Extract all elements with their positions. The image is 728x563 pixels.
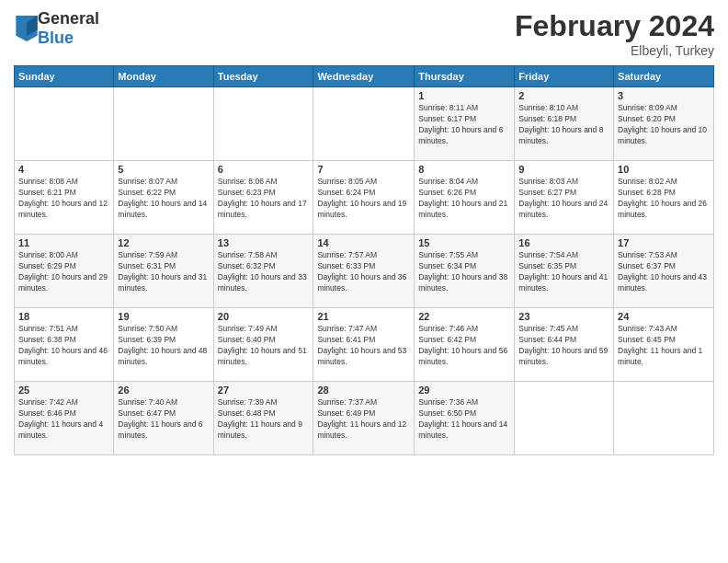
calendar-header-saturday: Saturday	[614, 66, 714, 87]
day-info: Sunrise: 7:53 AM Sunset: 6:37 PM Dayligh…	[618, 250, 710, 294]
day-number: 12	[118, 237, 209, 248]
calendar-header-row: SundayMondayTuesdayWednesdayThursdayFrid…	[15, 66, 714, 87]
day-info: Sunrise: 7:50 AM Sunset: 6:39 PM Dayligh…	[118, 324, 209, 368]
day-number: 6	[218, 164, 310, 175]
day-number: 2	[518, 90, 609, 101]
calendar-week-3: 18Sunrise: 7:51 AM Sunset: 6:38 PM Dayli…	[15, 308, 714, 382]
calendar-table: SundayMondayTuesdayWednesdayThursdayFrid…	[14, 65, 714, 455]
calendar-cell: 17Sunrise: 7:53 AM Sunset: 6:37 PM Dayli…	[614, 235, 714, 308]
calendar-cell: 4Sunrise: 8:08 AM Sunset: 6:21 PM Daylig…	[15, 161, 114, 235]
day-info: Sunrise: 7:37 AM Sunset: 6:49 PM Dayligh…	[317, 397, 410, 442]
day-info: Sunrise: 7:43 AM Sunset: 6:45 PM Dayligh…	[618, 324, 710, 368]
day-info: Sunrise: 8:04 AM Sunset: 6:26 PM Dayligh…	[418, 177, 510, 221]
day-number: 21	[317, 311, 410, 322]
day-number: 24	[618, 311, 710, 322]
day-number: 22	[418, 311, 510, 322]
day-number: 3	[618, 90, 710, 101]
day-number: 7	[317, 164, 410, 175]
calendar-cell: 23Sunrise: 7:45 AM Sunset: 6:44 PM Dayli…	[515, 308, 614, 382]
day-info: Sunrise: 8:05 AM Sunset: 6:24 PM Dayligh…	[317, 177, 410, 221]
day-info: Sunrise: 7:45 AM Sunset: 6:44 PM Dayligh…	[518, 324, 609, 368]
day-info: Sunrise: 8:02 AM Sunset: 6:28 PM Dayligh…	[618, 177, 710, 221]
calendar-cell	[114, 87, 213, 161]
calendar-cell: 19Sunrise: 7:50 AM Sunset: 6:39 PM Dayli…	[114, 308, 213, 382]
day-number: 25	[18, 385, 109, 396]
day-number: 1	[418, 90, 510, 101]
day-info: Sunrise: 7:54 AM Sunset: 6:35 PM Dayligh…	[518, 250, 609, 294]
calendar-cell: 16Sunrise: 7:54 AM Sunset: 6:35 PM Dayli…	[515, 235, 614, 308]
page: General Blue February 2024 Elbeyli, Turk…	[0, 0, 728, 563]
calendar-cell: 20Sunrise: 7:49 AM Sunset: 6:40 PM Dayli…	[213, 308, 313, 382]
calendar-cell: 15Sunrise: 7:55 AM Sunset: 6:34 PM Dayli…	[415, 235, 515, 308]
calendar-week-2: 11Sunrise: 8:00 AM Sunset: 6:29 PM Dayli…	[15, 235, 714, 308]
day-number: 18	[18, 311, 109, 322]
day-info: Sunrise: 7:49 AM Sunset: 6:40 PM Dayligh…	[218, 324, 310, 368]
day-info: Sunrise: 8:10 AM Sunset: 6:18 PM Dayligh…	[518, 103, 609, 147]
calendar-cell: 26Sunrise: 7:40 AM Sunset: 6:47 PM Dayli…	[114, 382, 213, 455]
calendar-header-friday: Friday	[515, 66, 614, 87]
calendar-cell: 25Sunrise: 7:42 AM Sunset: 6:46 PM Dayli…	[15, 382, 114, 455]
calendar-header-wednesday: Wednesday	[313, 66, 415, 87]
calendar-cell	[15, 87, 114, 161]
calendar-cell	[515, 382, 614, 455]
day-info: Sunrise: 7:42 AM Sunset: 6:46 PM Dayligh…	[18, 397, 109, 442]
logo: General Blue	[14, 9, 99, 48]
calendar-header-monday: Monday	[114, 66, 213, 87]
day-info: Sunrise: 7:40 AM Sunset: 6:47 PM Dayligh…	[118, 397, 209, 442]
calendar-cell: 11Sunrise: 8:00 AM Sunset: 6:29 PM Dayli…	[15, 235, 114, 308]
day-number: 4	[18, 164, 109, 175]
calendar-week-1: 4Sunrise: 8:08 AM Sunset: 6:21 PM Daylig…	[15, 161, 714, 235]
calendar-cell: 1Sunrise: 8:11 AM Sunset: 6:17 PM Daylig…	[415, 87, 515, 161]
calendar-cell: 5Sunrise: 8:07 AM Sunset: 6:22 PM Daylig…	[114, 161, 213, 235]
day-number: 5	[118, 164, 209, 175]
calendar-cell: 9Sunrise: 8:03 AM Sunset: 6:27 PM Daylig…	[515, 161, 614, 235]
day-info: Sunrise: 7:59 AM Sunset: 6:31 PM Dayligh…	[118, 250, 209, 294]
day-info: Sunrise: 8:06 AM Sunset: 6:23 PM Dayligh…	[218, 177, 310, 221]
day-info: Sunrise: 8:07 AM Sunset: 6:22 PM Dayligh…	[118, 177, 209, 221]
day-info: Sunrise: 7:39 AM Sunset: 6:48 PM Dayligh…	[218, 397, 310, 442]
day-info: Sunrise: 8:11 AM Sunset: 6:17 PM Dayligh…	[418, 103, 510, 147]
calendar-header-thursday: Thursday	[415, 66, 515, 87]
day-number: 28	[317, 385, 410, 396]
day-info: Sunrise: 7:36 AM Sunset: 6:50 PM Dayligh…	[418, 397, 510, 442]
calendar-cell: 29Sunrise: 7:36 AM Sunset: 6:50 PM Dayli…	[415, 382, 515, 455]
calendar-cell: 14Sunrise: 7:57 AM Sunset: 6:33 PM Dayli…	[313, 235, 415, 308]
day-info: Sunrise: 8:03 AM Sunset: 6:27 PM Dayligh…	[518, 177, 609, 221]
day-info: Sunrise: 8:08 AM Sunset: 6:21 PM Dayligh…	[18, 177, 109, 221]
day-number: 9	[518, 164, 609, 175]
day-number: 19	[118, 311, 209, 322]
day-number: 8	[418, 164, 510, 175]
day-info: Sunrise: 8:00 AM Sunset: 6:29 PM Dayligh…	[18, 250, 109, 294]
day-number: 15	[418, 237, 510, 248]
calendar-cell: 12Sunrise: 7:59 AM Sunset: 6:31 PM Dayli…	[114, 235, 213, 308]
calendar-cell: 7Sunrise: 8:05 AM Sunset: 6:24 PM Daylig…	[313, 161, 415, 235]
day-number: 17	[618, 237, 710, 248]
day-number: 16	[518, 237, 609, 248]
day-number: 11	[18, 237, 109, 248]
day-number: 27	[218, 385, 310, 396]
day-info: Sunrise: 7:47 AM Sunset: 6:41 PM Dayligh…	[317, 324, 410, 368]
month-title: February 2024	[515, 9, 714, 43]
calendar-cell: 10Sunrise: 8:02 AM Sunset: 6:28 PM Dayli…	[614, 161, 714, 235]
day-number: 20	[218, 311, 310, 322]
calendar-cell: 6Sunrise: 8:06 AM Sunset: 6:23 PM Daylig…	[213, 161, 313, 235]
calendar-cell: 22Sunrise: 7:46 AM Sunset: 6:42 PM Dayli…	[415, 308, 515, 382]
day-number: 29	[418, 385, 510, 396]
logo-icon	[16, 16, 38, 41]
day-number: 23	[518, 311, 609, 322]
calendar-cell: 21Sunrise: 7:47 AM Sunset: 6:41 PM Dayli…	[313, 308, 415, 382]
day-info: Sunrise: 7:46 AM Sunset: 6:42 PM Dayligh…	[418, 324, 510, 368]
calendar-cell: 18Sunrise: 7:51 AM Sunset: 6:38 PM Dayli…	[15, 308, 114, 382]
logo-general-text: General	[38, 9, 99, 29]
day-info: Sunrise: 7:58 AM Sunset: 6:32 PM Dayligh…	[218, 250, 310, 294]
calendar-cell: 3Sunrise: 8:09 AM Sunset: 6:20 PM Daylig…	[614, 87, 714, 161]
day-info: Sunrise: 7:57 AM Sunset: 6:33 PM Dayligh…	[317, 250, 410, 294]
calendar-week-4: 25Sunrise: 7:42 AM Sunset: 6:46 PM Dayli…	[15, 382, 714, 455]
calendar-cell	[213, 87, 313, 161]
logo-blue-text: Blue	[38, 29, 99, 48]
day-number: 10	[618, 164, 710, 175]
calendar-cell: 28Sunrise: 7:37 AM Sunset: 6:49 PM Dayli…	[313, 382, 415, 455]
calendar-cell: 8Sunrise: 8:04 AM Sunset: 6:26 PM Daylig…	[415, 161, 515, 235]
calendar-cell: 27Sunrise: 7:39 AM Sunset: 6:48 PM Dayli…	[213, 382, 313, 455]
day-number: 13	[218, 237, 310, 248]
